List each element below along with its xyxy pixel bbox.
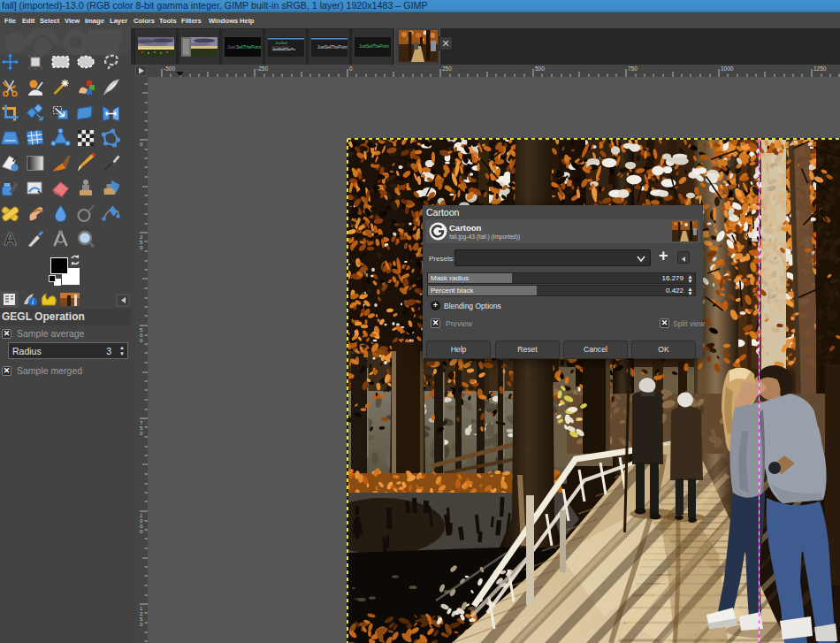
- svg-text:250: 250: [442, 65, 452, 72]
- svg-text:-500: -500: [164, 65, 175, 72]
- svg-text:i: i: [32, 298, 34, 306]
- svg-text:-250: -250: [256, 65, 268, 72]
- svg-text:0: 0: [349, 65, 353, 72]
- svg-text:Just: Just: [227, 44, 236, 50]
- svg-text:JustSellThePo: JustSellThePo: [272, 47, 296, 51]
- svg-text:750: 750: [628, 65, 638, 72]
- svg-text:JustSellThePoint: JustSellThePoint: [317, 45, 347, 50]
- svg-text:SellThePoint: SellThePoint: [236, 44, 261, 50]
- svg-text:1250: 1250: [813, 65, 827, 72]
- svg-text:1000: 1000: [721, 65, 734, 72]
- svg-text:JustSell: JustSell: [275, 41, 287, 45]
- svg-text:A: A: [4, 229, 16, 249]
- svg-text:500: 500: [535, 65, 545, 72]
- svg-text:JustSellThePoint: JustSellThePoint: [359, 44, 390, 49]
